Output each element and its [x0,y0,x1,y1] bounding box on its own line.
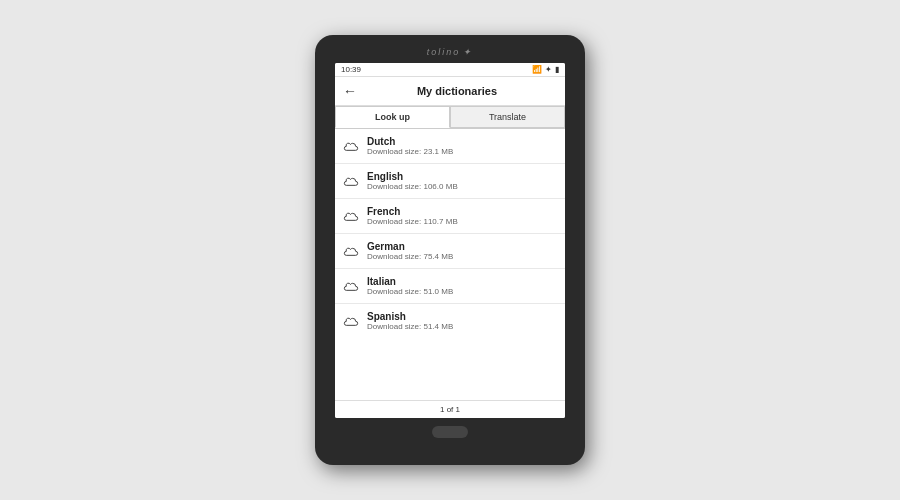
cloud-download-icon [343,280,359,292]
device-brand: tolino ✦ [427,47,474,57]
status-icons: 📶 ✦ ▮ [532,65,559,74]
status-bar: 10:39 📶 ✦ ▮ [335,63,565,77]
dict-size: Download size: 51.4 MB [367,322,453,331]
cloud-download-icon [343,210,359,222]
dict-size: Download size: 23.1 MB [367,147,453,156]
list-item[interactable]: ItalianDownload size: 51.0 MB [335,269,565,304]
list-item[interactable]: EnglishDownload size: 106.0 MB [335,164,565,199]
dict-name: Spanish [367,311,453,322]
list-item[interactable]: DutchDownload size: 23.1 MB [335,129,565,164]
wifi-icon: 📶 [532,65,542,74]
cloud-download-icon [343,245,359,257]
dict-name: Italian [367,276,453,287]
header: ← My dictionaries [335,77,565,106]
dict-name: English [367,171,458,182]
tab-translate[interactable]: Translate [450,106,565,128]
brightness-icon: ✦ [545,65,552,74]
home-button[interactable] [432,426,468,438]
tabs-container: Look up Translate [335,106,565,129]
dict-name: German [367,241,453,252]
pagination: 1 of 1 [335,400,565,418]
cloud-download-icon [343,315,359,327]
status-time: 10:39 [341,65,361,74]
list-item[interactable]: GermanDownload size: 75.4 MB [335,234,565,269]
dictionary-list: DutchDownload size: 23.1 MBEnglishDownlo… [335,129,565,400]
dict-size: Download size: 75.4 MB [367,252,453,261]
dict-size: Download size: 106.0 MB [367,182,458,191]
ereader-device: tolino ✦ 10:39 📶 ✦ ▮ ← My dictionaries L… [315,35,585,465]
dict-name: French [367,206,458,217]
dict-size: Download size: 51.0 MB [367,287,453,296]
page-title: My dictionaries [357,85,557,97]
list-item[interactable]: SpanishDownload size: 51.4 MB [335,304,565,338]
screen: 10:39 📶 ✦ ▮ ← My dictionaries Look up Tr… [335,63,565,418]
dict-size: Download size: 110.7 MB [367,217,458,226]
cloud-download-icon [343,175,359,187]
back-button[interactable]: ← [343,83,357,99]
tab-lookup[interactable]: Look up [335,106,450,128]
battery-icon: ▮ [555,65,559,74]
dict-name: Dutch [367,136,453,147]
cloud-download-icon [343,140,359,152]
list-item[interactable]: FrenchDownload size: 110.7 MB [335,199,565,234]
